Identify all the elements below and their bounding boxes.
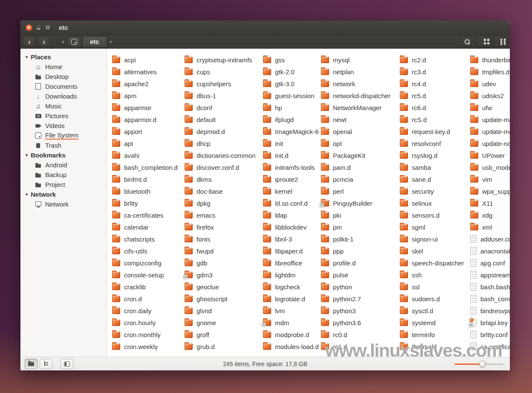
file-resolvconf[interactable]: resolvconf	[395, 137, 465, 149]
file-ldap[interactable]: ldap	[258, 209, 316, 221]
file-gtk-3.0[interactable]: gtk-3.0	[258, 78, 316, 90]
file-rsyslog.d[interactable]: rsyslog.d	[395, 149, 465, 161]
file-rcs.d[interactable]: rcS.d	[395, 114, 465, 125]
file-gss[interactable]: gss	[258, 54, 316, 66]
file-libpaper.d[interactable]: libpaper.d	[258, 245, 316, 257]
file-cryptsetup-initramfs[interactable]: cryptsetup-initramfs	[179, 54, 258, 66]
maximize-button[interactable]	[44, 24, 51, 31]
sidebar-item-downloads[interactable]: ↓Downloads	[20, 91, 107, 101]
show-places-button[interactable]	[25, 359, 38, 369]
file-ppp[interactable]: ppp	[316, 245, 395, 257]
sidebar-item-network[interactable]: Network	[20, 199, 107, 209]
file-sgml[interactable]: sgml	[395, 221, 465, 233]
file-cups[interactable]: cups	[179, 66, 258, 78]
sidebar-item-project[interactable]: Project	[20, 180, 107, 189]
file-pm[interactable]: pm	[316, 221, 395, 233]
file-fwupd[interactable]: fwupd	[179, 245, 258, 257]
file-apparmor[interactable]: apparmor	[107, 102, 179, 114]
file-gdb[interactable]: gdb	[179, 257, 258, 269]
file-dictionaries-common[interactable]: dictionaries-common	[179, 149, 258, 161]
sidebar-item-android[interactable]: Android	[20, 160, 107, 170]
file-ssh[interactable]: ssh	[395, 269, 465, 281]
file-ssl[interactable]: ssl	[395, 281, 465, 293]
file-emacs[interactable]: emacs	[179, 209, 258, 221]
file-libblockdev[interactable]: libblockdev	[258, 221, 316, 233]
zoom-slider[interactable]	[454, 361, 504, 367]
file-packagekit[interactable]: PackageKit	[316, 149, 395, 161]
file-tmpfiles.d[interactable]: tmpfiles.d	[465, 66, 510, 78]
file-console-setup[interactable]: console-setup	[107, 269, 179, 281]
file-discover.conf.d[interactable]: discover.conf.d	[179, 161, 258, 173]
forward-button[interactable]: ›	[38, 36, 50, 47]
file-lightdm[interactable]: lightdm	[258, 269, 316, 281]
file-cupshelpers[interactable]: cupshelpers	[179, 78, 258, 90]
file-ld.so.conf.d[interactable]: ld.so.conf.d	[258, 197, 316, 209]
file-perl[interactable]: perl	[316, 185, 395, 197]
file-selinux[interactable]: selinux	[395, 197, 465, 209]
file-netplan[interactable]: netplan	[316, 66, 395, 78]
file-compizconfig[interactable]: compizconfig	[107, 257, 179, 269]
file-rc2.d[interactable]: rc2.d	[395, 54, 465, 66]
file-rc0.d[interactable]: rc0.d	[316, 329, 395, 341]
file-glvnd[interactable]: glvnd	[179, 305, 258, 317]
minimize-button[interactable]	[35, 24, 42, 31]
file-x11[interactable]: X11	[465, 197, 510, 209]
file-default[interactable]: default	[179, 114, 258, 125]
sidebar-item-music[interactable]: ♫Music	[20, 101, 107, 111]
file-python[interactable]: python	[316, 281, 395, 293]
file-update-notifier[interactable]: update-notifier	[465, 137, 510, 149]
file-dpkg[interactable]: dpkg	[179, 197, 258, 209]
file-ifplugd[interactable]: ifplugd	[258, 114, 316, 125]
file-logcheck[interactable]: logcheck	[258, 281, 316, 293]
path-segment-etc[interactable]: etc	[82, 36, 107, 47]
file-bash-completion.d[interactable]: bash_completion.d	[107, 161, 179, 173]
file-doc-base[interactable]: doc-base	[179, 185, 258, 197]
file-bindresvport.blacklist[interactable]: bindresvport.blacklist	[465, 305, 510, 317]
file-bash.bashrc[interactable]: bash.bashrc	[465, 281, 510, 293]
file-speech-dispatcher[interactable]: speech-dispatcher	[395, 257, 465, 269]
file-sysctl.d[interactable]: sysctl.d	[395, 305, 465, 317]
file-anacrontab[interactable]: anacrontab	[465, 245, 510, 257]
file-pulse[interactable]: pulse	[316, 269, 395, 281]
file-gdm3[interactable]: ×gdm3	[179, 269, 258, 281]
file-cron.d[interactable]: cron.d	[107, 293, 179, 305]
file-upower[interactable]: UPower	[465, 149, 510, 161]
file-rc6.d[interactable]: rc6.d	[395, 102, 465, 114]
file-imagemagick-6[interactable]: ImageMagick-6	[258, 125, 316, 137]
file-apparmor.d[interactable]: apparmor.d	[107, 114, 179, 125]
filesystem-root-button[interactable]	[67, 36, 81, 47]
file-mdm[interactable]: ×mdm	[258, 317, 316, 329]
file-apg.conf[interactable]: apg.conf	[465, 257, 510, 269]
path-scroll-left-button[interactable]: ◂	[59, 36, 66, 47]
file-skel[interactable]: skel	[395, 245, 465, 257]
file-systemd[interactable]: systemd	[395, 317, 465, 329]
file-cifs-utils[interactable]: cifs-utils	[107, 245, 179, 257]
file-pki[interactable]: pki	[316, 209, 395, 221]
file-newt[interactable]: newt	[316, 114, 395, 125]
file-brltty[interactable]: brltty	[107, 197, 179, 209]
path-scroll-right-button[interactable]: ▸	[107, 36, 115, 47]
file-geoclue[interactable]: geoclue	[179, 281, 258, 293]
file-cron.weekly[interactable]: cron.weekly	[107, 341, 179, 352]
file-python3[interactable]: python3	[316, 305, 395, 317]
file-dhcp[interactable]: dhcp	[179, 137, 258, 149]
file-acpi[interactable]: acpi	[107, 54, 179, 66]
file-depmod.d[interactable]: depmod.d	[179, 125, 258, 137]
file-cron.hourly[interactable]: cron.hourly	[107, 317, 179, 329]
file-sensors.d[interactable]: sensors.d	[395, 209, 465, 221]
file-cracklib[interactable]: cracklib	[107, 281, 179, 293]
file-libreoffice[interactable]: libreoffice	[258, 257, 316, 269]
file-network[interactable]: network	[316, 78, 395, 90]
file-update-motd.d[interactable]: update-motd.d	[465, 125, 510, 137]
file-cron.daily[interactable]: cron.daily	[107, 305, 179, 317]
file-vim[interactable]: vim	[465, 173, 510, 185]
file-networkd-dispatcher[interactable]: networkd-dispatcher	[316, 90, 395, 102]
sidebar-item-desktop[interactable]: Desktop	[20, 72, 107, 82]
file-apache2[interactable]: apache2	[107, 78, 179, 90]
file-apm[interactable]: apm	[107, 90, 179, 102]
file-modprobe.d[interactable]: modprobe.d	[258, 329, 316, 341]
file-chatscripts[interactable]: chatscripts	[107, 233, 179, 245]
file-libnl-3[interactable]: libnl-3	[258, 233, 316, 245]
file-iproute2[interactable]: iproute2	[258, 173, 316, 185]
file-apport[interactable]: apport	[107, 125, 179, 137]
